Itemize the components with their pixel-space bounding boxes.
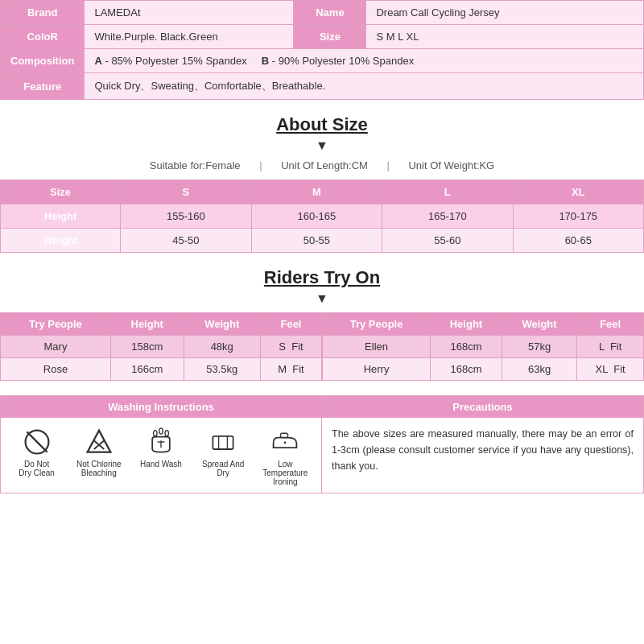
riders-title: Riders Try On xyxy=(0,267,644,288)
no-dry-clean-icon xyxy=(23,427,52,456)
riders-tables: Try People Height Weight Feel Mary 158cm… xyxy=(0,312,644,381)
weight-xl: 60-65 xyxy=(513,229,644,253)
composition-label: Composition xyxy=(1,49,85,73)
svg-point-5 xyxy=(154,431,158,436)
right-row1-height: 168cm xyxy=(431,336,502,358)
size-xl-header: XL xyxy=(513,180,644,204)
right-row2-feel: XL Fit xyxy=(577,358,644,381)
low-iron-icon-item: Low TemperatureIroning xyxy=(261,427,309,486)
left-row1-feel: S Fit xyxy=(260,336,321,358)
hand-wash-label: Hand Wash xyxy=(140,460,182,469)
riders-left-table: Try People Height Weight Feel Mary 158cm… xyxy=(0,312,322,381)
height-xl: 170-175 xyxy=(513,204,644,229)
name-label: Name xyxy=(294,1,366,25)
height-l: 165-170 xyxy=(382,204,513,229)
about-size-arrow: ▼ xyxy=(0,138,644,153)
suitable-for: Suitable for:Female xyxy=(150,159,241,171)
washing-title: Washing Instructions xyxy=(1,396,321,418)
low-iron-label: Low TemperatureIroning xyxy=(261,460,309,486)
weight-m: 50-55 xyxy=(251,229,382,253)
feature-label: Feature xyxy=(1,73,85,100)
height-label: Height xyxy=(1,204,121,229)
right-weight-header: Weight xyxy=(502,313,576,336)
hand-wash-icon-item: Hand Wash xyxy=(137,427,185,469)
left-row2-person: Rose xyxy=(1,358,111,381)
color-label: ColoR xyxy=(1,25,85,49)
size-table: Size S M L XL Height 155-160 160-165 165… xyxy=(0,180,644,253)
color-value: White.Purple. Black.Green xyxy=(85,25,294,49)
height-m: 160-165 xyxy=(251,204,382,229)
right-row2-height: 168cm xyxy=(431,358,502,381)
svg-point-6 xyxy=(159,428,163,434)
size-l-header: L xyxy=(382,180,513,204)
right-row2-weight: 63kg xyxy=(502,358,576,381)
left-weight-header: Weight xyxy=(184,313,260,336)
spread-dry-icon xyxy=(208,427,237,456)
left-row1-height: 158cm xyxy=(110,336,184,358)
no-dry-clean-label: Do NotDry Clean xyxy=(19,460,54,477)
riders-right-table: Try People Height Weight Feel Ellen 168c… xyxy=(322,312,644,381)
spread-dry-icon-item: Spread And Dry xyxy=(199,427,247,477)
about-size-title: About Size xyxy=(0,114,644,135)
about-size-section: About Size ▼ Suitable for:Female | Unit … xyxy=(0,114,644,253)
left-row2-height: 166cm xyxy=(110,358,184,381)
spread-dry-label: Spread And Dry xyxy=(199,460,247,477)
height-s: 155-160 xyxy=(121,204,251,229)
name-value: Dream Call Cycling Jersey xyxy=(366,1,644,25)
unit-length: Unit Of Length:CM xyxy=(281,159,368,171)
left-height-header: Height xyxy=(110,313,184,336)
right-feel-header: Feel xyxy=(577,313,644,336)
right-height-header: Height xyxy=(431,313,502,336)
brand-value: LAMEDAt xyxy=(85,1,294,25)
svg-line-1 xyxy=(27,431,47,452)
brand-label: Brand xyxy=(1,1,85,25)
svg-rect-10 xyxy=(213,436,233,449)
washing-left: Washing Instructions Do NotDry Clean xyxy=(1,396,322,493)
left-row2-feel: M Fit xyxy=(260,358,321,381)
no-dry-clean-icon-item: Do NotDry Clean xyxy=(13,427,61,477)
right-row2-person: Herry xyxy=(323,358,431,381)
size-header-label: Size xyxy=(294,25,366,49)
size-header-value: S M L XL xyxy=(366,25,644,49)
washing-right: Precautions The above sizes are measured… xyxy=(322,396,643,493)
left-row1-person: Mary xyxy=(1,336,111,358)
riders-arrow: ▼ xyxy=(0,291,644,306)
no-bleach-icon xyxy=(85,427,114,456)
left-try-people-header: Try People xyxy=(1,313,111,336)
size-info-row: Suitable for:Female | Unit Of Length:CM … xyxy=(0,159,644,171)
size-s-header: S xyxy=(121,180,251,204)
low-iron-icon xyxy=(270,427,299,456)
size-col-header: Size xyxy=(1,180,121,204)
right-try-people-header: Try People xyxy=(323,313,431,336)
unit-weight: Unit Of Weight:KG xyxy=(408,159,494,171)
washing-section: Washing Instructions Do NotDry Clean xyxy=(0,395,644,493)
left-feel-header: Feel xyxy=(260,313,321,336)
product-info-table: Brand LAMEDAt Name Dream Call Cycling Je… xyxy=(0,0,644,100)
right-row1-person: Ellen xyxy=(323,336,431,358)
weight-l: 55-60 xyxy=(382,229,513,253)
composition-value: A - 85% Polyester 15% Spandex B - 90% Po… xyxy=(85,49,644,73)
hand-wash-icon xyxy=(147,427,175,456)
left-row2-weight: 53.5kg xyxy=(184,358,260,381)
no-bleach-icon-item: Not ChlorineBleaching xyxy=(75,427,123,477)
svg-point-14 xyxy=(284,442,287,444)
weight-s: 45-50 xyxy=(121,229,251,253)
size-m-header: M xyxy=(251,180,382,204)
right-row1-feel: L Fit xyxy=(577,336,644,358)
left-row1-weight: 48kg xyxy=(184,336,260,358)
right-row1-weight: 57kg xyxy=(502,336,576,358)
precautions-text: The above sizes are measured manually, t… xyxy=(322,418,643,482)
svg-point-7 xyxy=(165,431,169,436)
precautions-title: Precautions xyxy=(322,396,643,418)
weight-label: Weight xyxy=(1,229,121,253)
feature-value: Quick Dry、Sweating、Comfortable、Breathabl… xyxy=(85,73,644,100)
svg-marker-2 xyxy=(87,431,110,452)
riders-section: Riders Try On ▼ Try People Height Weight… xyxy=(0,267,644,381)
washing-icons: Do NotDry Clean Not ChlorineBleaching xyxy=(1,418,321,493)
no-bleach-label: Not ChlorineBleaching xyxy=(76,460,122,477)
